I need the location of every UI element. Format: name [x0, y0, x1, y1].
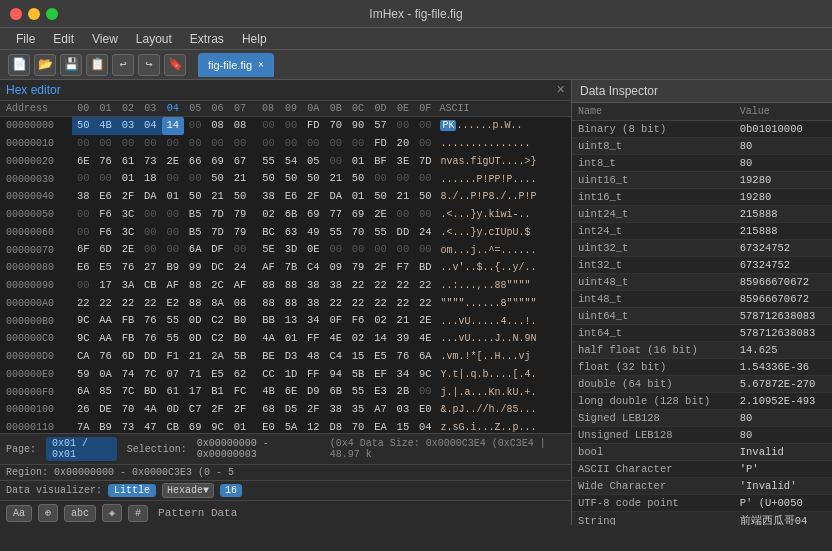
hex-byte-cell[interactable]: 49: [302, 224, 324, 242]
hex-byte-cell[interactable]: FD: [302, 117, 324, 135]
hex-byte-cell[interactable]: 00: [392, 241, 414, 259]
list-item[interactable]: int16_t19280: [572, 189, 832, 206]
hex-byte-cell[interactable]: 61: [117, 153, 139, 171]
hex-byte-cell[interactable]: 00: [414, 135, 436, 153]
hex-byte-cell[interactable]: AA: [94, 330, 116, 348]
hex-byte-cell[interactable]: FD: [369, 135, 391, 153]
hex-table-container[interactable]: Address 00 01 02 03 04 05 06 07 08 09 0A…: [0, 101, 571, 433]
hex-byte-cell[interactable]: AF: [251, 259, 280, 277]
hex-byte-cell[interactable]: D8: [325, 419, 347, 433]
hex-byte-cell[interactable]: 00: [414, 383, 436, 401]
hex-byte-cell[interactable]: 03: [392, 401, 414, 419]
save-button[interactable]: 💾: [60, 54, 82, 76]
hex-byte-cell[interactable]: F1: [162, 348, 184, 366]
list-item[interactable]: uint64_t578712638083: [572, 308, 832, 325]
list-item[interactable]: float (32 bit)1.54336E-36: [572, 359, 832, 376]
hex-byte-cell[interactable]: 48: [302, 348, 324, 366]
hex-byte-cell[interactable]: 54: [280, 153, 302, 171]
hex-byte-cell[interactable]: 22: [414, 277, 436, 295]
list-item[interactable]: double (64 bit)5.67872E-270: [572, 376, 832, 393]
hex-byte-cell[interactable]: 22: [139, 295, 161, 313]
list-item[interactable]: int8_t80: [572, 155, 832, 172]
hex-byte-cell[interactable]: FF: [302, 366, 324, 384]
hex-byte-cell[interactable]: 00: [392, 206, 414, 224]
hex-byte-cell[interactable]: DA: [139, 188, 161, 206]
hex-byte-cell[interactable]: 50: [280, 170, 302, 188]
hex-byte-cell[interactable]: 00: [184, 170, 206, 188]
hex-byte-cell[interactable]: 50: [206, 170, 228, 188]
hex-byte-cell[interactable]: 7D: [206, 206, 228, 224]
list-item[interactable]: UTF-8 code pointP' (U+0050: [572, 495, 832, 512]
hex-byte-cell[interactable]: 50: [347, 170, 369, 188]
hex-byte-cell[interactable]: 00: [251, 117, 280, 135]
save-as-button[interactable]: 📋: [86, 54, 108, 76]
font-button[interactable]: Aa: [6, 505, 32, 522]
hex-byte-cell[interactable]: 00: [184, 117, 206, 135]
hex-byte-cell[interactable]: 6A: [184, 241, 206, 259]
hex-byte-cell[interactable]: 04: [139, 117, 161, 135]
hex-byte-cell[interactable]: 22: [369, 277, 391, 295]
hex-byte-cell[interactable]: E6: [280, 188, 302, 206]
hex-byte-cell[interactable]: 00: [392, 117, 414, 135]
hex-byte-cell[interactable]: 55: [162, 330, 184, 348]
hex-byte-cell[interactable]: 70: [325, 117, 347, 135]
hex-byte-cell[interactable]: 00: [139, 135, 161, 153]
hex-byte-cell[interactable]: 00: [72, 170, 94, 188]
hex-byte-cell[interactable]: 00: [414, 170, 436, 188]
hex-byte-cell[interactable]: 50: [229, 188, 251, 206]
list-item[interactable]: uint16_t19280: [572, 172, 832, 189]
hex-byte-cell[interactable]: 21: [229, 170, 251, 188]
hex-byte-cell[interactable]: 00: [206, 135, 228, 153]
hex-byte-cell[interactable]: 50: [302, 170, 324, 188]
hex-byte-cell[interactable]: 01: [229, 419, 251, 433]
hex-byte-cell[interactable]: 00: [325, 153, 347, 171]
hex-byte-cell[interactable]: 5A: [280, 419, 302, 433]
hex-byte-cell[interactable]: DA: [325, 188, 347, 206]
hex-byte-cell[interactable]: EA: [369, 419, 391, 433]
hex-byte-cell[interactable]: 00: [139, 206, 161, 224]
hex-byte-cell[interactable]: 77: [325, 206, 347, 224]
hex-byte-cell[interactable]: 3A: [117, 277, 139, 295]
hex-byte-cell[interactable]: 38: [251, 188, 280, 206]
redo-button[interactable]: ↪: [138, 54, 160, 76]
hex-byte-cell[interactable]: 38: [325, 401, 347, 419]
hex-byte-cell[interactable]: 00: [392, 170, 414, 188]
hex-byte-cell[interactable]: DD: [392, 224, 414, 242]
hex-byte-cell[interactable]: DF: [206, 241, 228, 259]
hex-panel-close-button[interactable]: ×: [557, 82, 565, 98]
hex-byte-cell[interactable]: 6E: [280, 383, 302, 401]
file-tab[interactable]: fig-file.fig ×: [198, 53, 274, 77]
hex-byte-cell[interactable]: FB: [117, 330, 139, 348]
hex-byte-cell[interactable]: CB: [162, 419, 184, 433]
hex-byte-cell[interactable]: 7A: [72, 419, 94, 433]
hex-byte-cell[interactable]: 63: [280, 224, 302, 242]
hex-byte-cell[interactable]: 71: [184, 366, 206, 384]
hex-byte-cell[interactable]: 0F: [325, 312, 347, 330]
hex-byte-cell[interactable]: 05: [302, 153, 324, 171]
hex-byte-cell[interactable]: 08: [229, 117, 251, 135]
hex-byte-cell[interactable]: FB: [117, 312, 139, 330]
menu-view[interactable]: View: [84, 30, 126, 48]
hex-byte-cell[interactable]: 22: [347, 295, 369, 313]
hex-byte-cell[interactable]: E0: [251, 419, 280, 433]
hex-byte-cell[interactable]: 5B: [229, 348, 251, 366]
hex-byte-cell[interactable]: BD: [414, 259, 436, 277]
hex-byte-cell[interactable]: 4A: [139, 401, 161, 419]
hex-byte-cell[interactable]: 00: [414, 117, 436, 135]
hex-byte-cell[interactable]: 74: [117, 366, 139, 384]
hex-byte-cell[interactable]: 01: [162, 188, 184, 206]
hex-byte-cell[interactable]: 99: [184, 259, 206, 277]
hex-byte-cell[interactable]: 0A: [94, 366, 116, 384]
hex-byte-cell[interactable]: 21: [184, 348, 206, 366]
hex-byte-cell[interactable]: 00: [229, 135, 251, 153]
hex-byte-cell[interactable]: 76: [139, 330, 161, 348]
hex-byte-cell[interactable]: C4: [302, 259, 324, 277]
hex-byte-cell[interactable]: 5B: [347, 366, 369, 384]
hex-byte-cell[interactable]: 00: [280, 135, 302, 153]
hex-byte-cell[interactable]: 0D: [184, 330, 206, 348]
hex-byte-cell[interactable]: 00: [280, 117, 302, 135]
pattern-button[interactable]: ◈: [102, 504, 122, 522]
hex-byte-cell[interactable]: 00: [369, 241, 391, 259]
hex-byte-cell[interactable]: 00: [94, 135, 116, 153]
hex-byte-cell[interactable]: 2F: [369, 259, 391, 277]
